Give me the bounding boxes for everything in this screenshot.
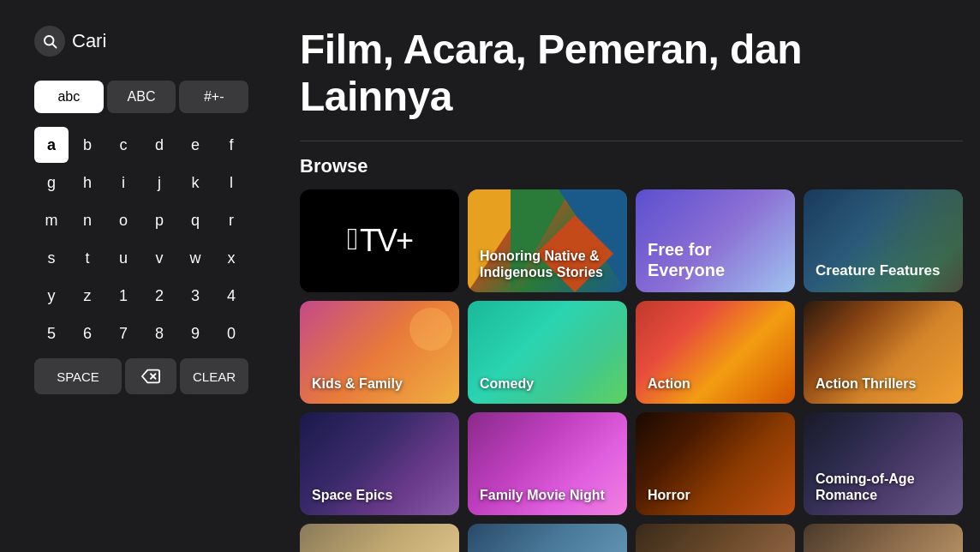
key-r[interactable]: r xyxy=(214,202,248,238)
keyboard-panel: Cari abc ABC #+- a b c d e f g h i j k l… xyxy=(0,0,274,552)
tab-uppercase[interactable]: ABC xyxy=(107,81,176,113)
key-x[interactable]: x xyxy=(214,240,248,276)
key-3[interactable]: 3 xyxy=(178,278,212,314)
delete-icon xyxy=(141,367,160,386)
browse-grid:  TV+ Honoring Native & Indigenous Stori… xyxy=(300,189,963,552)
card-partial-3[interactable] xyxy=(636,524,795,552)
key-5[interactable]: 5 xyxy=(34,315,69,351)
key-b[interactable]: b xyxy=(70,127,105,163)
key-t[interactable]: t xyxy=(70,240,105,276)
card-comedy-label: Comedy xyxy=(480,375,534,392)
card-space-label: Space Epics xyxy=(312,487,392,503)
key-1[interactable]: 1 xyxy=(106,278,140,314)
key-e[interactable]: e xyxy=(178,127,212,163)
search-icon xyxy=(42,33,57,49)
divider xyxy=(300,141,963,141)
card-creature-label: Creature Features xyxy=(816,261,941,280)
card-action-label: Action xyxy=(648,375,690,392)
card-free[interactable]: Free for Everyone xyxy=(636,189,795,292)
card-action-thrillers-label: Action Thrillers xyxy=(816,375,916,392)
key-h[interactable]: h xyxy=(70,165,105,201)
key-a[interactable]: a xyxy=(34,127,69,163)
card-coming-age-label: Coming-of-Age Romance xyxy=(816,471,951,503)
key-k[interactable]: k xyxy=(178,165,212,201)
key-j[interactable]: j xyxy=(142,165,176,201)
browse-section-label: Browse xyxy=(300,155,963,177)
card-native[interactable]: Honoring Native & Indigenous Stories xyxy=(468,189,627,292)
space-key[interactable]: SPACE xyxy=(34,358,122,394)
card-creature[interactable]: Creature Features xyxy=(804,189,963,292)
card-native-label: Honoring Native & Indigenous Stories xyxy=(480,248,615,280)
svg-line-1 xyxy=(52,44,56,47)
key-v[interactable]: v xyxy=(142,240,176,276)
card-comedy[interactable]: Comedy xyxy=(468,301,627,404)
key-2[interactable]: 2 xyxy=(142,278,176,314)
delete-key[interactable] xyxy=(125,358,176,394)
key-w[interactable]: w xyxy=(178,240,212,276)
card-kids-label: Kids & Family xyxy=(312,375,403,392)
appletv-logo:  TV+ xyxy=(347,223,412,259)
tv-plus-text: TV+ xyxy=(360,223,412,259)
key-p[interactable]: p xyxy=(142,202,176,238)
key-z[interactable]: z xyxy=(70,278,105,314)
card-action[interactable]: Action xyxy=(636,301,795,404)
key-6[interactable]: 6 xyxy=(70,315,105,351)
key-d[interactable]: d xyxy=(142,127,176,163)
page-title: Film, Acara, Pemeran, dan Lainnya xyxy=(300,26,963,120)
browse-panel: Film, Acara, Pemeran, dan Lainnya Browse… xyxy=(283,0,980,552)
key-u[interactable]: u xyxy=(106,240,140,276)
key-8[interactable]: 8 xyxy=(142,315,176,351)
key-4[interactable]: 4 xyxy=(214,278,248,314)
key-o[interactable]: o xyxy=(106,202,140,238)
card-horror-label: Horror xyxy=(648,487,690,503)
search-icon-wrap xyxy=(34,26,65,57)
key-0[interactable]: 0 xyxy=(214,315,248,351)
apple-symbol:  xyxy=(347,224,358,255)
key-n[interactable]: n xyxy=(70,202,105,238)
key-q[interactable]: q xyxy=(178,202,212,238)
key-7[interactable]: 7 xyxy=(106,315,140,351)
key-s[interactable]: s xyxy=(34,240,69,276)
card-partial-4[interactable] xyxy=(804,524,963,552)
tab-symbols[interactable]: #+- xyxy=(179,81,248,113)
key-f[interactable]: f xyxy=(214,127,248,163)
tab-lowercase[interactable]: abc xyxy=(34,81,104,113)
key-y[interactable]: y xyxy=(34,278,69,314)
keyboard-grid: a b c d e f g h i j k l m n o p q r s t … xyxy=(34,127,248,351)
keyboard-bottom-row: SPACE CLEAR xyxy=(34,358,248,394)
card-horror[interactable]: Horror xyxy=(636,412,795,515)
key-i[interactable]: i xyxy=(106,165,140,201)
card-space[interactable]: Space Epics xyxy=(300,412,459,515)
key-c[interactable]: c xyxy=(106,127,140,163)
card-partial-2[interactable] xyxy=(468,524,627,552)
card-family-night-label: Family Movie Night xyxy=(480,487,605,503)
key-l[interactable]: l xyxy=(214,165,248,201)
keyboard-tabs: abc ABC #+- xyxy=(34,81,248,113)
card-family-night[interactable]: Family Movie Night xyxy=(468,412,627,515)
search-bar[interactable]: Cari xyxy=(34,26,248,57)
card-coming-age[interactable]: Coming-of-Age Romance xyxy=(804,412,963,515)
search-label: Cari xyxy=(72,30,106,52)
card-kids[interactable]: Kids & Family xyxy=(300,301,459,404)
card-action-thrillers[interactable]: Action Thrillers xyxy=(804,301,963,404)
key-9[interactable]: 9 xyxy=(178,315,212,351)
clear-key[interactable]: CLEAR xyxy=(180,358,248,394)
key-g[interactable]: g xyxy=(34,165,69,201)
card-partial-1[interactable] xyxy=(300,524,459,552)
card-appletv[interactable]:  TV+ xyxy=(300,189,459,292)
key-m[interactable]: m xyxy=(34,202,69,238)
card-free-label: Free for Everyone xyxy=(648,239,783,280)
